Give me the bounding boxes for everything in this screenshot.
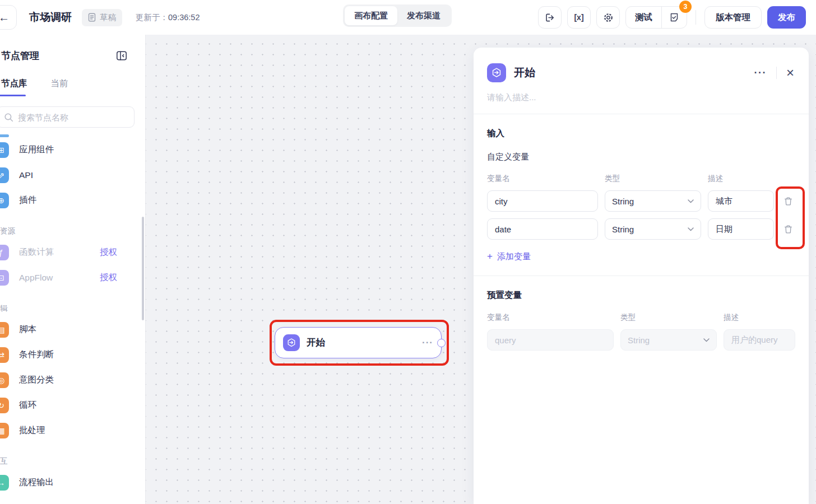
status-badge: 草稿: [82, 9, 122, 26]
col-desc: 描述: [724, 312, 795, 323]
app-components-icon: ⊞: [0, 142, 9, 158]
version-management-button[interactable]: 版本管理: [704, 6, 762, 29]
search-input[interactable]: [18, 113, 134, 122]
variable-name-input[interactable]: [487, 190, 598, 212]
col-type: 类型: [620, 312, 717, 323]
sidebar-item-condition[interactable]: ⇄条件判断: [0, 342, 145, 367]
group-label: 辑: [0, 304, 145, 314]
start-node-icon: [487, 63, 506, 82]
sidebar-item-function-compute[interactable]: ƒ函数计算授权: [0, 240, 145, 265]
collapse-panel-icon: [116, 50, 127, 61]
chevron-down-icon: [688, 199, 694, 203]
search-icon: [4, 113, 13, 122]
back-button[interactable]: ←: [0, 5, 17, 30]
clipboard-check-icon: [669, 12, 679, 22]
sidebar-item-script[interactable]: ▤脚本: [0, 317, 145, 342]
panel-title: 开始: [514, 66, 754, 80]
variables-icon: [x]: [574, 13, 583, 22]
sidebar-item-label: 插件: [19, 194, 36, 206]
start-node-icon: [283, 334, 300, 351]
authorize-link[interactable]: 授权: [100, 246, 117, 258]
export-button[interactable]: [538, 6, 562, 29]
sidebar-item-label: 循环: [19, 399, 36, 411]
description-field-wrap: [474, 82, 809, 114]
tab-publish-channels[interactable]: 发布渠道: [397, 6, 450, 25]
sidebar-item-label: API: [19, 170, 33, 180]
notification-badge: 3: [679, 1, 692, 13]
node-title: 开始: [307, 337, 325, 349]
delete-variable-button[interactable]: [781, 197, 795, 206]
column-headers: 变量名 类型 描述: [487, 174, 795, 184]
sidebar-item-api[interactable]: ⇗API: [0, 162, 145, 188]
document-icon: [88, 13, 96, 22]
variable-desc-input[interactable]: [708, 190, 774, 212]
test-split-button: 测试 3: [625, 6, 687, 29]
batch-icon: ▦: [0, 423, 9, 438]
variables-button[interactable]: [x]: [567, 6, 591, 29]
tab-current[interactable]: 当前: [51, 78, 68, 96]
collapse-sidebar-button[interactable]: [116, 50, 127, 61]
sidebar-item-label: 流程输出: [19, 477, 54, 488]
tab-node-library[interactable]: 节点库: [1, 78, 27, 96]
close-icon[interactable]: ×: [786, 67, 794, 78]
publish-button[interactable]: 发布: [767, 6, 806, 29]
variable-row: String: [487, 218, 795, 240]
header-tabs: 画布配置 发布渠道: [343, 4, 452, 27]
custom-variable-rows: StringString: [487, 190, 795, 240]
test-button[interactable]: 测试: [626, 7, 661, 28]
add-variable-button[interactable]: + 添加变量: [487, 251, 531, 262]
arrow-left-icon: ←: [0, 11, 10, 24]
flow-output-icon: →: [0, 475, 9, 491]
sidebar-item-label: 应用组件: [19, 144, 54, 156]
sidebar-scrollbar[interactable]: [142, 217, 144, 320]
header-actions: [x] 测试 3 版本管理 发布: [538, 6, 806, 29]
preset-section: 预置变量 变量名 类型 描述 String: [474, 276, 809, 364]
description-input[interactable]: [487, 92, 795, 102]
condition-icon: ⇄: [0, 347, 9, 363]
more-options-icon[interactable]: ···: [754, 67, 767, 79]
variable-name-input[interactable]: [487, 218, 598, 240]
input-section-title: 输入: [487, 128, 795, 139]
node-search[interactable]: [0, 106, 135, 128]
export-icon: [545, 12, 555, 23]
variable-type-select[interactable]: String: [605, 190, 701, 212]
sidebar-item-label: 脚本: [19, 324, 36, 335]
sidebar-item-app-components[interactable]: ⊞应用组件: [0, 137, 145, 162]
sidebar-item-flow-output[interactable]: →流程输出: [0, 470, 145, 495]
sidebar-item-loop[interactable]: ↻循环: [0, 393, 145, 418]
workflow-editor: ← 市场调研 草稿 更新于：09:36:52 画布配置 发布渠道 [x]: [0, 0, 816, 504]
col-desc: 描述: [708, 174, 795, 184]
node-config-panel: 开始 ··· × 输入 自定义变量 变量名 类型 描述 StringString…: [474, 48, 809, 504]
function-compute-icon: ƒ: [0, 245, 9, 260]
variable-desc-input[interactable]: [708, 218, 774, 240]
group-label: 资源: [0, 226, 145, 236]
api-icon: ⇗: [0, 167, 9, 183]
sidebar-item-appflow[interactable]: ⊡AppFlow授权: [0, 265, 145, 290]
variable-type-select[interactable]: String: [620, 329, 717, 351]
divider: [776, 67, 777, 79]
loop-icon: ↻: [0, 398, 9, 413]
variable-type-select[interactable]: String: [605, 218, 701, 240]
sidebar-item-label: 函数计算: [19, 246, 54, 258]
variable-desc-input[interactable]: [724, 329, 795, 351]
partial-item-icon: [0, 134, 9, 137]
sidebar-item-label: 意图分类: [19, 374, 54, 386]
node-output-port[interactable]: [437, 339, 446, 347]
authorize-link[interactable]: 授权: [100, 272, 117, 283]
col-name: 变量名: [487, 174, 598, 184]
tab-canvas-config[interactable]: 画布配置: [345, 6, 397, 25]
node-sidebar: 节点管理 节点库 当前 ⊞应用组件⇗API⊕插件资源ƒ函数计算授权⊡AppFlo…: [0, 35, 146, 504]
preset-vars-title: 预置变量: [487, 290, 795, 301]
node-more-icon[interactable]: ···: [422, 337, 433, 348]
settings-button[interactable]: [596, 6, 620, 29]
sidebar-item-plugin[interactable]: ⊕插件: [0, 188, 145, 213]
sidebar-item-label: 条件判断: [19, 349, 54, 361]
sidebar-item-batch[interactable]: ▦批处理: [0, 418, 145, 443]
sidebar-header: 节点管理: [0, 35, 145, 62]
start-node[interactable]: 开始 ···: [275, 327, 442, 358]
sidebar-item-intent[interactable]: ◎意图分类: [0, 367, 145, 393]
variable-name-input[interactable]: [487, 329, 614, 351]
page-title: 市场调研: [29, 10, 72, 25]
plugin-icon: ⊕: [0, 193, 9, 208]
delete-variable-button[interactable]: [781, 225, 795, 234]
